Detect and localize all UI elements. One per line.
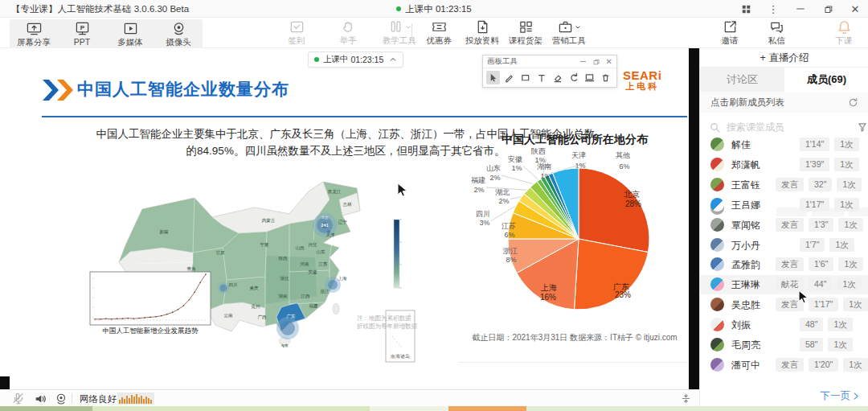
member-name: 刘振: [731, 319, 751, 332]
province-label: 广西: [258, 314, 268, 320]
class-timer-chip[interactable]: 上课中 01:23:15: [308, 51, 403, 68]
speaker-icon[interactable]: [32, 392, 48, 405]
member-row[interactable]: 王吕娜1'17"1次: [700, 195, 868, 215]
member-row[interactable]: 王富钰发言32"1次: [700, 175, 868, 195]
toolbar-ppt-button[interactable]: PPPT: [64, 21, 100, 47]
board-tool-undo[interactable]: [567, 71, 580, 84]
minimize-icon[interactable]: [794, 2, 807, 15]
svg-text:折线图为每年新增数据: 折线图为每年新增数据: [356, 323, 418, 330]
next-page-button[interactable]: 下一页: [700, 386, 868, 406]
toolbar-media-button[interactable]: 多媒体: [113, 21, 148, 48]
speak-count-badge: 1次: [843, 358, 867, 372]
app-window: 【专业课】人工智能技术基础 3.0.6.30 Beta 上课中 01:23:15…: [0, 0, 868, 411]
board-tool-board[interactable]: [583, 71, 596, 84]
layout-grid-icon[interactable]: [739, 2, 752, 15]
toolbar-dm-button[interactable]: 私信: [759, 19, 794, 47]
refresh-member-list[interactable]: 点击刷新成员列表: [700, 92, 868, 113]
webcam-icon[interactable]: [53, 392, 69, 405]
member-row[interactable]: 孟雅韵发言1'6"1次: [700, 255, 868, 274]
speak-time-badge: 1'6": [809, 257, 833, 271]
panel-close-icon[interactable]: ✕: [606, 57, 612, 66]
toolbar-check-in-button[interactable]: 签到: [279, 19, 314, 47]
toolbar-shelf-button[interactable]: 课程货架: [508, 19, 543, 47]
logo-text-cn: 上电科: [623, 82, 661, 92]
svg-text:南海诸岛: 南海诸岛: [391, 354, 410, 360]
panel-minimize-icon[interactable]: [579, 58, 587, 65]
member-row[interactable]: 解佳1'14"1次: [700, 135, 868, 154]
board-tool-pen[interactable]: [502, 71, 516, 84]
close-icon[interactable]: ✕: [849, 2, 862, 15]
ppt-icon: P: [75, 21, 90, 36]
pie-label: 湖北: [495, 188, 510, 196]
province-label: 天津: [326, 232, 336, 238]
board-tool-text[interactable]: [534, 71, 548, 84]
toolbar-label: 下课: [836, 35, 853, 47]
slide-title: 中国人工智能企业数量分布: [77, 78, 289, 101]
tab-discussion[interactable]: 讨论区: [700, 68, 784, 92]
speak-time-badge: 1'7": [800, 238, 825, 252]
pie-label: 28%: [625, 199, 641, 208]
speak-count-badge: 1次: [838, 218, 862, 232]
speak-count-badge: 1次: [828, 338, 852, 351]
member-row[interactable]: 毛周亮58"1次: [700, 335, 868, 355]
pie-label: 2%: [489, 174, 500, 182]
member-row[interactable]: 万小丹1'7"1次: [700, 236, 868, 255]
avatar: [710, 238, 724, 252]
pie-slice-0: [579, 168, 649, 253]
province-label: 陕西: [279, 256, 289, 261]
speak-count-badge: 1次: [837, 277, 861, 291]
toolbar-label: 课程货架: [509, 35, 542, 47]
toolbar-raise-hand-button[interactable]: 举手: [330, 19, 366, 47]
seari-logo: SEARi 上电科: [623, 69, 661, 91]
board-tool-eraser[interactable]: [551, 71, 564, 84]
restore-icon[interactable]: [821, 2, 834, 15]
bubble-value: 241: [321, 223, 328, 228]
member-row[interactable]: 郑潇帆1'39"1次: [700, 155, 868, 175]
action-badge[interactable]: 发言: [776, 178, 804, 191]
china-map-chart: 241 新疆西藏青海甘肃内蒙古黑龙江吉林辽宁北京天津河北山西山东河南陕西宁夏四川…: [74, 175, 424, 375]
toolbar-materials-button[interactable]: 投放资料: [465, 19, 500, 47]
board-tool-rect[interactable]: [518, 71, 532, 84]
action-badge[interactable]: 发言: [776, 257, 804, 271]
pie-label: 安徽: [508, 155, 522, 163]
province-label: 山西: [296, 245, 305, 251]
refresh-label: 点击刷新成员列表: [710, 97, 784, 109]
board-tools-panel: 画板工具 ✕: [482, 55, 617, 88]
toolbar-coupon-button[interactable]: 优惠券: [421, 19, 457, 47]
tab-members[interactable]: 成员(69): [784, 68, 868, 92]
action-badge[interactable]: 发言: [776, 358, 804, 372]
member-row[interactable]: 刘振48"1次: [700, 315, 868, 335]
member-name: 吴忠胜: [731, 298, 760, 312]
action-badge[interactable]: 发言: [776, 298, 804, 311]
live-intro-header[interactable]: + 直播介绍: [700, 48, 868, 68]
more-menu-icon[interactable]: ⋮: [767, 2, 780, 15]
toolbar-screen-share-button[interactable]: 屏幕分享: [16, 21, 51, 48]
title-chevrons-icon: [42, 79, 76, 101]
microphone-muted-icon[interactable]: [10, 392, 26, 405]
action-badge[interactable]: 献花: [776, 277, 804, 291]
toolbar-end-class-button[interactable]: 下课: [826, 19, 862, 47]
toolbar-marketing-button[interactable]: 营销工具: [551, 19, 587, 47]
speak-count-badge: 1次: [834, 138, 858, 151]
action-badge[interactable]: 发言: [776, 218, 804, 232]
status-time: 01:23:15: [436, 4, 472, 14]
board-tool-trash[interactable]: [599, 71, 612, 84]
speak-time-badge: 1'17": [809, 298, 838, 311]
board-tool-select[interactable]: [486, 71, 500, 84]
main-toolbar: 屏幕分享PPPT多媒体摄像头 签到举手教学工具 优惠券投放资料课程货架营销工具 …: [0, 18, 868, 48]
collapse-icon[interactable]: [678, 392, 694, 405]
panel-restore-icon[interactable]: [593, 59, 600, 65]
member-row[interactable]: 潘可中发言1'20"1次: [700, 356, 868, 375]
avatar: [710, 138, 724, 151]
pie-label: 8%: [506, 256, 516, 264]
member-row[interactable]: 覃闻铭发言1'3"1次: [700, 216, 868, 235]
toolbar-invite-button[interactable]: 邀请: [712, 19, 747, 47]
member-row[interactable]: 吴忠胜发言1'17"1次: [700, 295, 868, 314]
member-row[interactable]: 王琳琳献花44"1次: [700, 275, 868, 294]
province-label: 吉林: [343, 202, 353, 207]
chevron-up-icon[interactable]: [389, 55, 397, 64]
toolbar-camera-button[interactable]: 摄像头: [161, 21, 196, 48]
province-label: 重庆: [250, 286, 260, 290]
refresh-icon[interactable]: [848, 97, 858, 108]
map-bubble: [328, 280, 338, 290]
